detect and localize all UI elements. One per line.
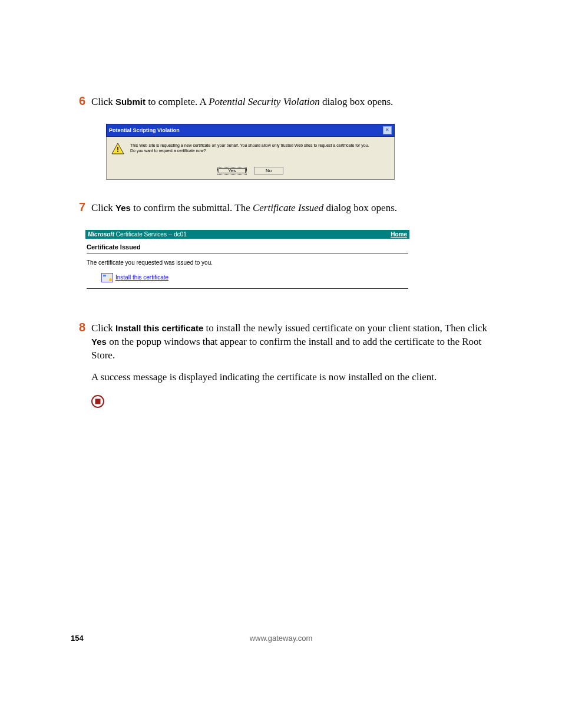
no-button[interactable]: No — [254, 167, 283, 174]
step-7-text: Click Yes to confirm the submittal. The … — [91, 202, 491, 215]
text: Click — [91, 96, 115, 107]
dialog-title-bar: Potential Scripting Violation × — [106, 124, 395, 137]
step-8-text: Click Install this certificate to instal… — [91, 322, 491, 363]
msg-line2: Do you want to request a certificate now… — [130, 148, 369, 153]
certificate-issued-dialog: Microsoft Certificate Services -- dc01 H… — [85, 230, 409, 297]
svg-text:!: ! — [117, 146, 119, 154]
yes-label: Yes — [91, 337, 107, 347]
text: on the popup windows that appear to conf… — [91, 336, 481, 361]
certificate-icon — [101, 273, 113, 282]
install-certificate-link[interactable]: Install this certificate — [115, 274, 168, 281]
text: Click — [91, 202, 115, 213]
brand-label: Microsoft — [88, 231, 114, 238]
yes-label: Yes — [115, 203, 131, 213]
msg-line1: This Web site is requesting a new certif… — [130, 143, 369, 148]
dialog-name: Potential Security Violation — [209, 96, 320, 107]
dialog-header: Microsoft Certificate Services -- dc01 H… — [85, 230, 409, 239]
submit-label: Submit — [115, 97, 146, 107]
footer-url: www.gateway.com — [0, 634, 562, 643]
step-number-6: 6 — [71, 94, 85, 108]
text: dialog box opens. — [320, 96, 394, 107]
divider — [87, 253, 408, 253]
step-6-text: Click Submit to complete. A Potential Se… — [91, 95, 491, 109]
install-label: Install this certificate — [115, 323, 203, 333]
close-icon[interactable]: × — [383, 126, 392, 134]
scripting-violation-dialog: Potential Scripting Violation × ! This W… — [106, 124, 395, 180]
text: dialog box opens. — [323, 202, 397, 213]
end-of-procedure-icon — [91, 395, 491, 410]
dialog-message: This Web site is requesting a new certif… — [130, 143, 369, 153]
step-number-7: 7 — [71, 200, 85, 214]
step-8-para2: A success message is displayed indicatin… — [91, 371, 491, 384]
page-footer: 154 www.gateway.com — [0, 634, 562, 643]
svg-rect-3 — [95, 398, 101, 404]
text: Click — [91, 322, 115, 334]
warning-icon: ! — [111, 143, 124, 157]
step-number-8: 8 — [71, 321, 85, 334]
yes-button[interactable]: Yes — [217, 167, 247, 174]
dialog-title: Potential Scripting Violation — [109, 127, 180, 133]
dialog-message: The certificate you requested was issued… — [87, 259, 408, 266]
text: to confirm the submittal. The — [131, 202, 253, 213]
service-label: Certificate Services -- dc01 — [114, 231, 187, 238]
page-number: 154 — [71, 634, 84, 643]
dialog-name: Certificate Issued — [253, 202, 323, 213]
dialog-heading: Certificate Issued — [87, 243, 408, 251]
text: to install the newly issued certificate … — [203, 322, 487, 334]
text: to complete. A — [146, 96, 209, 107]
divider — [87, 288, 408, 289]
home-link[interactable]: Home — [391, 231, 407, 238]
